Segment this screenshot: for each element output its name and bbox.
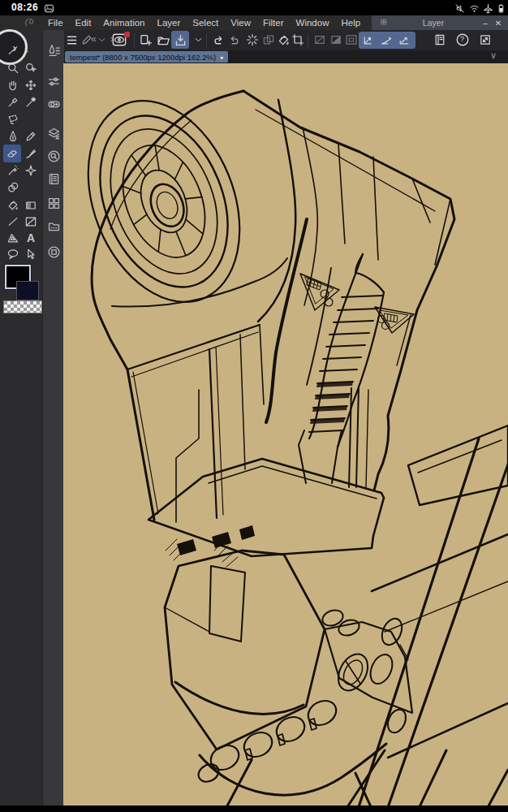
- background-color-chip[interactable]: [16, 281, 39, 300]
- tool-pen[interactable]: [4, 127, 22, 145]
- toolbar-divider: [134, 33, 135, 47]
- menu-animation[interactable]: Animation: [103, 15, 144, 30]
- toolbar-divider: [308, 33, 308, 47]
- menu-view[interactable]: View: [230, 15, 251, 30]
- panel-close-button[interactable]: ✕: [492, 19, 505, 28]
- tool-text[interactable]: A: [22, 229, 40, 247]
- save-button[interactable]: [171, 31, 189, 49]
- tool-balloon[interactable]: [4, 245, 22, 263]
- gesture-bar[interactable]: [0, 806, 508, 812]
- command-bar-settings-button[interactable]: [431, 31, 449, 49]
- snap-to-ruler-button[interactable]: [359, 31, 377, 49]
- selection-border-button[interactable]: [342, 31, 360, 49]
- document-title: tempest* (8800 x 7500px 1200dpi 162.2%): [70, 53, 216, 62]
- layer-panel-title: Layer: [388, 18, 479, 28]
- tool-selection-lasso[interactable]: [4, 110, 22, 128]
- tool-brush[interactable]: [22, 145, 40, 162]
- open-file-button[interactable]: [154, 31, 172, 49]
- tool-dropdown-chevron-icon[interactable]: [93, 31, 110, 49]
- tab-overflow-chevron[interactable]: ∨: [490, 50, 497, 61]
- status-bar: 08:26: [0, 0, 508, 15]
- toolbar-divider: [206, 33, 207, 47]
- command-bar: « › ?: [0, 30, 508, 50]
- modified-dot: ●: [220, 54, 223, 60]
- clock: 08:26: [11, 2, 38, 13]
- palette-tool-property[interactable]: [45, 72, 62, 90]
- clip-studio-logo-icon[interactable]: [23, 16, 36, 29]
- tool-operation[interactable]: [22, 245, 40, 263]
- panel-grid-icon: [380, 18, 388, 28]
- tool-zoom[interactable]: [4, 59, 22, 77]
- tool-move[interactable]: [22, 76, 40, 94]
- tool-decoration[interactable]: [22, 162, 40, 179]
- palette-sub-tool[interactable]: [45, 41, 62, 59]
- canvas-artwork: [63, 63, 508, 812]
- palette-item-bank[interactable]: [45, 217, 62, 235]
- menu-help[interactable]: Help: [341, 15, 360, 30]
- tool-gradient[interactable]: [22, 197, 40, 214]
- tool-pen-current[interactable]: [4, 41, 22, 59]
- new-canvas-button[interactable]: [136, 31, 154, 49]
- layer-panel-header[interactable]: Layer – ✕: [372, 15, 508, 30]
- transform-button[interactable]: [289, 31, 307, 49]
- deselect-button[interactable]: [311, 31, 329, 49]
- menu-select[interactable]: Select: [192, 15, 218, 30]
- transparent-color-chip[interactable]: [3, 300, 42, 313]
- help-glyph: ?: [460, 35, 464, 43]
- palette-layer[interactable]: [45, 124, 62, 142]
- redo-button[interactable]: [226, 31, 243, 49]
- palette-material[interactable]: [45, 194, 62, 212]
- tool-figure[interactable]: [4, 213, 22, 231]
- fullscreen-button[interactable]: [476, 31, 494, 49]
- menu-filter[interactable]: Filter: [263, 15, 284, 30]
- tool-eyedropper[interactable]: [4, 93, 22, 111]
- notification-badge: [124, 32, 130, 37]
- menu-layer[interactable]: Layer: [157, 15, 181, 30]
- palette-sub-view[interactable]: [45, 170, 62, 188]
- help-button[interactable]: ?: [454, 31, 471, 49]
- auto-action-button[interactable]: [243, 31, 261, 49]
- panel-minimize-button[interactable]: –: [479, 19, 492, 28]
- tool-auto-select[interactable]: [22, 93, 40, 111]
- tool-frame-border[interactable]: [22, 213, 40, 231]
- undo-button[interactable]: [209, 31, 226, 49]
- palette-navigator[interactable]: [45, 147, 62, 165]
- tool-badge: 1: [24, 45, 28, 54]
- menu-edit[interactable]: Edit: [75, 15, 92, 30]
- tool-polyline[interactable]: [4, 229, 22, 247]
- save-dropdown-chevron-icon[interactable]: [189, 31, 207, 49]
- tool-airbrush[interactable]: [4, 162, 22, 179]
- tool-object-zoom[interactable]: [22, 59, 40, 77]
- menu-window[interactable]: Window: [296, 15, 329, 30]
- snap-to-special-ruler-button[interactable]: [377, 31, 395, 49]
- document-tab[interactable]: tempest* (8800 x 7500px 1200dpi 162.2%) …: [65, 51, 228, 63]
- canvas[interactable]: [63, 63, 508, 812]
- tool-hand[interactable]: [4, 76, 22, 94]
- tool-eraser-selected[interactable]: [3, 145, 21, 162]
- tool-fill-bucket[interactable]: [4, 197, 22, 214]
- tool-pencil[interactable]: [22, 127, 40, 145]
- palette-brush-size[interactable]: [45, 95, 62, 113]
- tool-blend[interactable]: [4, 179, 22, 197]
- menu-file[interactable]: File: [48, 15, 63, 30]
- snap-to-grid-button[interactable]: [395, 31, 413, 49]
- app-window: 08:26 File Edit Animation Layer Select V…: [0, 0, 508, 812]
- document-tab-bar: tempest* (8800 x 7500px 1200dpi 162.2%) …: [0, 50, 508, 63]
- palette-shortcut[interactable]: [45, 243, 62, 261]
